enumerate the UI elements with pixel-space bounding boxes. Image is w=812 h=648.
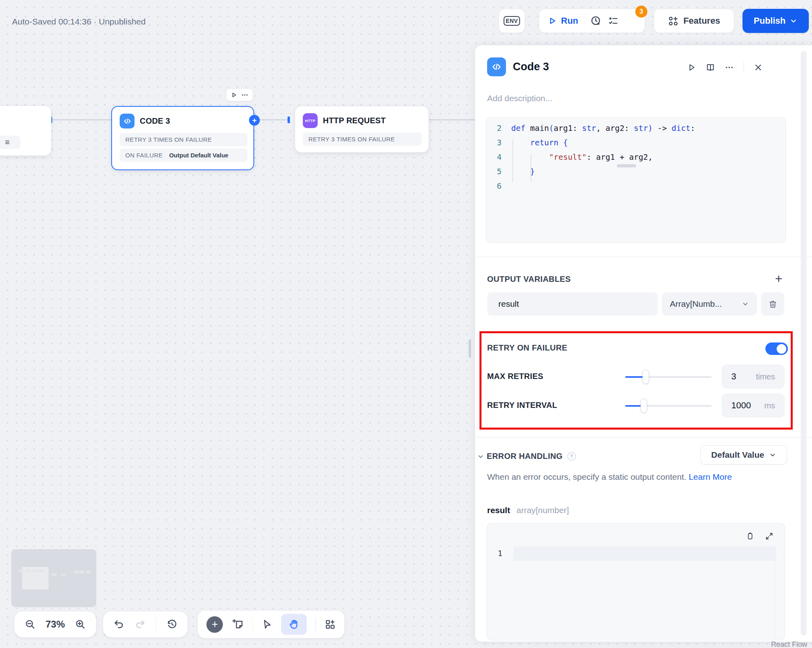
checklist-icon — [608, 15, 619, 26]
node-code-3[interactable]: CODE 3 RETRY 3 TIMES ON FAILURE ON FAILU… — [111, 106, 254, 170]
default-value-variable: result array[number] — [487, 505, 569, 515]
expand-button[interactable] — [765, 532, 773, 540]
node-play-icon[interactable] — [231, 92, 237, 98]
divider — [252, 617, 253, 631]
http-node-icon: HTTP — [303, 113, 318, 128]
description-input[interactable]: Add description... — [487, 94, 552, 103]
max-retries-value[interactable]: 3 times — [722, 365, 785, 389]
error-handling-title: ERROR HANDLING — [487, 452, 563, 461]
add-note-button[interactable] — [232, 618, 244, 630]
add-node-button[interactable] — [206, 616, 223, 633]
code-node-icon — [120, 114, 135, 128]
env-variables-button[interactable]: ENV — [499, 9, 525, 33]
learn-more-link[interactable]: Learn More — [689, 472, 732, 481]
required-badge: EQUIRED ≡ — [0, 136, 20, 149]
edge-target-handle[interactable] — [288, 116, 290, 123]
error-handling-header: ERROR HANDLING ? — [487, 452, 576, 461]
help-icon[interactable]: ? — [567, 452, 576, 461]
node-http-request[interactable]: HTTP HTTP REQUEST RETRY 3 TIMES ON FAILU… — [295, 106, 429, 153]
workflow-app: Auto-Saved 00:14:36 · Unpublished ENV Ru… — [0, 0, 812, 648]
zoom-level[interactable]: 73% — [45, 619, 65, 630]
retry-badge: RETRY 3 TIMES ON FAILURE — [303, 132, 422, 146]
collapse-chevron-icon[interactable] — [477, 453, 484, 460]
node-toolbar — [226, 89, 253, 101]
chevron-down-icon — [742, 300, 749, 308]
editor-toolbar — [746, 532, 773, 540]
zoom-controls: 73% — [14, 611, 96, 638]
minimap[interactable] — [11, 549, 96, 607]
edge-code-to-http — [257, 119, 288, 120]
checklist-count-badge: 3 — [635, 6, 647, 18]
close-panel-button[interactable] — [754, 63, 763, 72]
max-retries-label: MAX RETRIES — [487, 372, 543, 381]
retry-toggle[interactable] — [765, 342, 788, 355]
chevron-down-icon — [769, 451, 776, 458]
node-header: HTTP HTTP REQUEST — [303, 113, 386, 128]
panel-header: Code 3 — [487, 57, 549, 76]
retry-interval-value[interactable]: 1000 ms — [722, 393, 785, 418]
add-next-node-button[interactable]: + — [249, 115, 260, 126]
error-handling-description: When an error occurs, specify a static o… — [487, 470, 773, 484]
variable-name-input[interactable]: result — [487, 292, 658, 316]
output-variables-title: OUTPUT VARIABLES — [487, 275, 571, 284]
code-editor[interactable]: 2def main(arg1: str, arg2: str) -> dict:… — [486, 117, 786, 243]
history-controls — [103, 611, 188, 638]
panel-resize-handle[interactable] — [469, 339, 471, 358]
change-history-button[interactable] — [166, 619, 177, 630]
zoom-in-button[interactable] — [75, 619, 86, 630]
default-value-editor[interactable]: 1[] — [487, 523, 785, 640]
section-divider — [475, 257, 812, 257]
node-title: HTTP REQUEST — [323, 116, 386, 125]
divider — [584, 14, 585, 28]
autosave-status: Auto-Saved 00:14:36 · Unpublished — [12, 17, 146, 26]
error-strategy-select[interactable]: Default Value — [700, 445, 787, 465]
redo-button[interactable] — [135, 619, 146, 630]
code-node-icon — [487, 57, 506, 76]
delete-variable-button[interactable] — [761, 292, 784, 316]
divider — [315, 617, 316, 631]
run-history-button[interactable] — [590, 15, 602, 27]
panel-scrollbar[interactable] — [801, 51, 806, 636]
node-more-icon[interactable] — [241, 91, 249, 99]
publish-button[interactable]: Publish — [743, 9, 809, 33]
copy-button[interactable] — [746, 532, 755, 540]
retry-on-failure-title: RETRY ON FAILURE — [487, 343, 567, 353]
max-retries-slider[interactable] — [625, 376, 712, 378]
edge-left-to-code — [51, 119, 111, 120]
chevron-down-icon — [790, 17, 798, 25]
add-output-variable-button[interactable]: + — [775, 273, 782, 285]
divider — [156, 617, 157, 631]
editor-resize-pill[interactable] — [617, 164, 636, 167]
list-icon: ≡ — [5, 138, 10, 147]
undo-button[interactable] — [113, 619, 124, 630]
features-icon — [668, 16, 679, 26]
checklist-button[interactable] — [608, 15, 619, 26]
panel-title: Code 3 — [513, 61, 549, 73]
play-icon — [547, 16, 557, 26]
run-button[interactable]: Run — [547, 16, 578, 26]
hand-icon — [288, 619, 300, 630]
run-step-button[interactable] — [687, 63, 696, 72]
docs-button[interactable] — [706, 63, 715, 72]
slider-thumb[interactable] — [643, 370, 649, 384]
edge-http-out — [429, 119, 475, 120]
clock-play-icon — [590, 15, 602, 27]
on-failure-badge: ON FAILURE Output Default Value — [120, 149, 247, 162]
canvas-tools — [198, 610, 345, 638]
pointer-mode-button[interactable] — [261, 619, 273, 630]
hand-mode-button[interactable] — [281, 614, 307, 635]
retry-badge: RETRY 3 TIMES ON FAILURE — [120, 133, 247, 146]
features-button[interactable]: Features — [654, 9, 734, 33]
variable-type-select[interactable]: Array[Numb... — [662, 292, 757, 316]
slider-thumb[interactable] — [641, 399, 647, 413]
panel-actions — [687, 62, 763, 73]
retry-interval-slider[interactable] — [625, 405, 712, 407]
node-header: CODE 3 — [120, 114, 170, 128]
node-config-panel: Code 3 Add description... 2def main(arg1… — [475, 45, 812, 642]
env-icon: ENV — [504, 16, 520, 26]
more-options-button[interactable] — [725, 63, 734, 72]
retry-interval-label: RETRY INTERVAL — [487, 401, 557, 410]
zoom-out-button[interactable] — [24, 619, 36, 630]
organize-nodes-button[interactable] — [324, 619, 336, 630]
partial-node[interactable]: EQUIRED ≡ — [0, 106, 51, 156]
